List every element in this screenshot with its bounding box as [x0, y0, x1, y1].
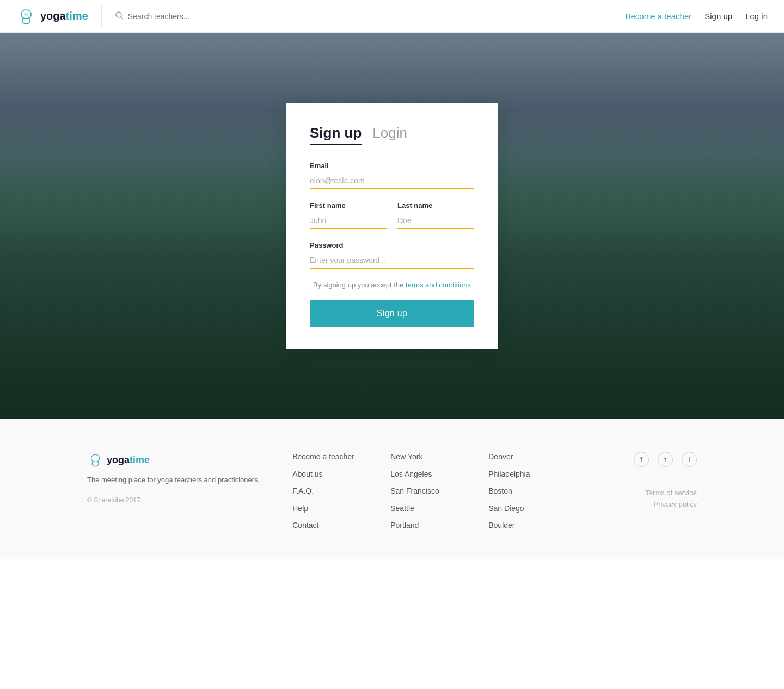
- footer-copyright: © Sharetribe 2017.: [87, 496, 260, 504]
- privacy-policy-link[interactable]: Privacy policy: [654, 500, 697, 508]
- email-input[interactable]: [310, 173, 474, 189]
- password-input[interactable]: [310, 253, 474, 269]
- footer-logo-yoga: yoga: [107, 454, 130, 465]
- footer-logo-time: time: [130, 454, 150, 465]
- instagram-link[interactable]: i: [682, 452, 697, 467]
- footer-link-sandiego[interactable]: San Diego: [488, 503, 554, 514]
- footer-link-sanfrancisco[interactable]: San Francisco: [390, 486, 456, 497]
- footer-link-faq[interactable]: F.A.Q.: [292, 486, 358, 497]
- footer-logo: yogatime: [87, 452, 260, 468]
- firstname-group: First name: [310, 201, 387, 229]
- header-nav: Become a teacher Sign up Log in: [626, 11, 768, 21]
- search-input[interactable]: [128, 12, 237, 21]
- instagram-icon: i: [689, 456, 690, 464]
- signup-button[interactable]: Sign up: [310, 300, 474, 327]
- search-area: [115, 11, 626, 22]
- footer-link-seattle[interactable]: Seattle: [390, 503, 456, 514]
- become-teacher-link[interactable]: Become a teacher: [626, 11, 692, 21]
- logo-time-text: time: [66, 10, 88, 22]
- search-icon: [115, 11, 124, 22]
- terms-of-service-link[interactable]: Terms of service: [645, 489, 697, 497]
- lastname-input[interactable]: [397, 213, 474, 229]
- facebook-icon: f: [640, 456, 642, 464]
- footer-link-newyork[interactable]: New York: [390, 452, 456, 463]
- footer-social-column: f t i Terms of service Privacy policy: [634, 452, 697, 538]
- svg-line-2: [121, 17, 123, 19]
- footer-col-1: Become a teacher About us F.A.Q. Help Co…: [292, 452, 358, 538]
- email-group: Email: [310, 162, 474, 189]
- logo-yoga-text: yoga: [40, 10, 66, 22]
- password-label: Password: [310, 241, 474, 249]
- hero-section: Sign up Login Email First name Last name…: [0, 33, 784, 419]
- logo-icon: [16, 7, 36, 26]
- footer-brand: yogatime The meeting place for yoga teac…: [87, 452, 260, 538]
- social-icons: f t i: [634, 452, 697, 467]
- svg-point-1: [116, 12, 121, 17]
- footer-link-contact[interactable]: Contact: [292, 520, 358, 531]
- footer-inner: yogatime The meeting place for yoga teac…: [87, 452, 697, 538]
- nav-signup-link[interactable]: Sign up: [705, 11, 732, 21]
- footer-link-about[interactable]: About us: [292, 469, 358, 480]
- site-footer: yogatime The meeting place for yoga teac…: [0, 419, 784, 559]
- firstname-input[interactable]: [310, 213, 387, 229]
- email-label: Email: [310, 162, 474, 170]
- site-header: yogatime Become a teacher Sign up Log in: [0, 0, 784, 33]
- twitter-icon: t: [664, 456, 666, 464]
- footer-tagline: The meeting place for yoga teachers and …: [87, 475, 260, 485]
- footer-link-help[interactable]: Help: [292, 503, 358, 514]
- terms-text: By signing up you accept the terms and c…: [310, 281, 474, 289]
- footer-link-losangeles[interactable]: Los Angeles: [390, 469, 456, 480]
- lastname-label: Last name: [397, 201, 474, 210]
- terms-conditions-link[interactable]: terms and conditions: [406, 281, 471, 289]
- name-row: First name Last name: [310, 201, 474, 229]
- nav-login-link[interactable]: Log in: [745, 11, 768, 21]
- header-divider: [101, 5, 102, 27]
- logo-link[interactable]: yogatime: [16, 7, 88, 26]
- password-group: Password: [310, 241, 474, 269]
- footer-link-philadelphia[interactable]: Philadelphia: [488, 469, 554, 480]
- footer-col-3: Denver Philadelphia Boston San Diego Bou…: [488, 452, 554, 538]
- auth-tabs: Sign up Login: [310, 125, 474, 145]
- tab-signup[interactable]: Sign up: [310, 125, 362, 145]
- footer-link-boulder[interactable]: Boulder: [488, 520, 554, 531]
- lastname-group: Last name: [397, 201, 474, 229]
- legal-links: Terms of service Privacy policy: [645, 489, 697, 508]
- footer-col-2: New York Los Angeles San Francisco Seatt…: [390, 452, 456, 538]
- footer-link-become-teacher[interactable]: Become a teacher: [292, 452, 358, 463]
- auth-modal: Sign up Login Email First name Last name…: [286, 103, 498, 349]
- footer-link-portland[interactable]: Portland: [390, 520, 456, 531]
- footer-link-denver[interactable]: Denver: [488, 452, 554, 463]
- tab-login[interactable]: Login: [372, 125, 407, 145]
- facebook-link[interactable]: f: [634, 452, 649, 467]
- svg-point-0: [24, 13, 28, 16]
- footer-link-boston[interactable]: Boston: [488, 486, 554, 497]
- footer-logo-icon: [87, 452, 103, 468]
- twitter-link[interactable]: t: [658, 452, 673, 467]
- firstname-label: First name: [310, 201, 387, 210]
